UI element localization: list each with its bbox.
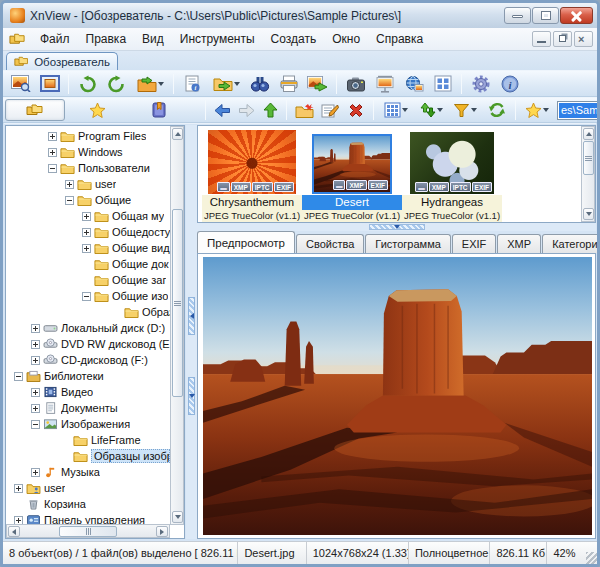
settings-button[interactable] — [467, 72, 494, 95]
collapse-icon[interactable] — [14, 372, 23, 381]
scrollbar-thumb[interactable] — [172, 209, 183, 397]
new-folder-button[interactable] — [292, 99, 316, 122]
tree-item[interactable]: Общедосту — [6, 224, 170, 240]
scroll-up-button[interactable] — [172, 128, 183, 140]
scroll-right-button[interactable] — [156, 526, 168, 537]
expand-icon[interactable] — [31, 324, 40, 333]
scroll-left-button[interactable] — [8, 526, 20, 537]
expand-icon[interactable] — [31, 356, 40, 365]
contact-sheet-button[interactable] — [429, 72, 456, 95]
scroll-up-button[interactable] — [583, 128, 594, 140]
tree-item[interactable]: Пользователи — [6, 160, 170, 176]
forward-button[interactable] — [235, 99, 257, 122]
tree-item[interactable]: Локальный диск (D:) — [6, 320, 170, 336]
delete-button[interactable] — [344, 99, 368, 122]
tree-item[interactable]: Образц — [6, 304, 170, 320]
edit-button[interactable] — [318, 99, 342, 122]
sort-button[interactable] — [415, 99, 447, 122]
menu-create[interactable]: Создать — [263, 29, 325, 49]
scroll-down-button[interactable] — [172, 511, 183, 523]
tree-item[interactable]: Корзина — [6, 496, 170, 512]
tab-browser[interactable]: Обозреватель — [6, 52, 118, 70]
tree-item[interactable]: Общие вид — [6, 240, 170, 256]
open-with-button[interactable] — [208, 72, 244, 95]
thumbnail-scrollbar[interactable] — [581, 126, 595, 222]
slideshow-button[interactable] — [371, 72, 398, 95]
collapse-icon[interactable] — [65, 196, 74, 205]
tree-item[interactable]: Общие — [6, 192, 170, 208]
address-value[interactable]: es\Sample Pictures\ — [559, 103, 600, 118]
properties-button[interactable]: i — [179, 72, 206, 95]
expand-icon[interactable] — [31, 404, 40, 413]
menu-file[interactable]: Файл — [32, 29, 78, 49]
minimize-button[interactable] — [504, 7, 531, 24]
tree-vertical-scrollbar[interactable] — [170, 126, 184, 525]
splitter-collapse-button[interactable] — [188, 377, 195, 415]
capture-button[interactable] — [342, 72, 369, 95]
tree-item[interactable]: Program Files — [6, 128, 170, 144]
thumbnail-chrysanthemum[interactable]: ▬ XMP IPTC EXIF Chrysanthemum JPEG TrueC… — [202, 128, 302, 223]
rotate-left-button[interactable] — [74, 72, 101, 95]
expand-icon[interactable] — [14, 484, 23, 493]
menu-help[interactable]: Справка — [368, 29, 431, 49]
address-combobox[interactable]: es\Sample Pictures\ — [557, 101, 600, 120]
scrollbar-thumb[interactable] — [583, 141, 594, 175]
move-to-folder-button[interactable] — [132, 72, 168, 95]
menu-tools[interactable]: Инструменты — [172, 29, 263, 49]
menu-window[interactable]: Окно — [324, 29, 368, 49]
tree-item[interactable]: Общие заг — [6, 272, 170, 288]
mdi-minimize-button[interactable] — [532, 31, 551, 47]
expand-icon[interactable] — [31, 468, 40, 477]
refresh-button[interactable] — [483, 99, 510, 122]
expand-icon[interactable] — [82, 228, 91, 237]
tree-item[interactable]: CD-дисковод (F:) — [6, 352, 170, 368]
tree-splitter[interactable] — [186, 125, 197, 539]
search-button[interactable] — [246, 72, 273, 95]
tab-categories[interactable]: Категории — [542, 234, 600, 253]
about-button[interactable]: i — [496, 72, 523, 95]
expand-icon[interactable] — [48, 148, 57, 157]
tab-xmp[interactable]: XMP — [497, 234, 541, 253]
tree-item[interactable]: Изображения — [6, 416, 170, 432]
panel-tab-folders[interactable] — [5, 99, 65, 121]
tree-item-selected[interactable]: Образцы изобра — [6, 448, 170, 464]
thumbnail-hydrangeas[interactable]: ▬ XMP IPTC EXIF Hydrangeas JPEG TrueColo… — [402, 128, 502, 223]
resize-grip[interactable] — [586, 552, 597, 564]
menu-edit[interactable]: Правка — [78, 29, 135, 49]
splitter-collapse-button[interactable] — [188, 297, 195, 335]
view-image-button[interactable] — [7, 72, 34, 95]
filter-button[interactable] — [449, 99, 481, 122]
up-button[interactable] — [259, 99, 281, 122]
menu-view[interactable]: Вид — [134, 29, 172, 49]
panel-tab-favorites[interactable] — [67, 99, 127, 121]
tree-item[interactable]: Общие изо — [6, 288, 170, 304]
print-button[interactable] — [275, 72, 302, 95]
collapse-icon[interactable] — [31, 420, 40, 429]
expand-icon[interactable] — [65, 180, 74, 189]
tree-item[interactable]: Windows — [6, 144, 170, 160]
fullscreen-button[interactable] — [36, 72, 63, 95]
scrollbar-thumb[interactable] — [59, 526, 117, 537]
tab-preview[interactable]: Предпросмотр — [197, 231, 295, 253]
expand-icon[interactable] — [48, 132, 57, 141]
tree-item[interactable]: user — [6, 176, 170, 192]
splitter-grip[interactable] — [369, 224, 425, 230]
title-bar[interactable]: XnView - [Обозреватель - C:\Users\Public… — [3, 3, 597, 28]
web-page-button[interactable] — [400, 72, 427, 95]
tree-item[interactable]: user — [6, 480, 170, 496]
tree-item[interactable]: Библиотеки — [6, 368, 170, 384]
tree-item[interactable]: LifeFrame — [6, 432, 170, 448]
mdi-restore-button[interactable] — [553, 31, 572, 47]
expand-icon[interactable] — [31, 388, 40, 397]
expand-icon[interactable] — [82, 244, 91, 253]
expand-icon[interactable] — [31, 340, 40, 349]
tree-item[interactable]: Видео — [6, 384, 170, 400]
rotate-right-button[interactable] — [103, 72, 130, 95]
view-mode-button[interactable] — [379, 99, 413, 122]
tree-item[interactable]: Общая му — [6, 208, 170, 224]
back-button[interactable] — [211, 99, 233, 122]
tree-item[interactable]: Общие док — [6, 256, 170, 272]
maximize-button[interactable] — [532, 7, 559, 24]
thumbnail-desert-selected[interactable]: ▬ XMP EXIF Desert JPEG TrueColor (v1.1) — [302, 128, 402, 223]
favorites-menu-button[interactable] — [521, 99, 553, 122]
